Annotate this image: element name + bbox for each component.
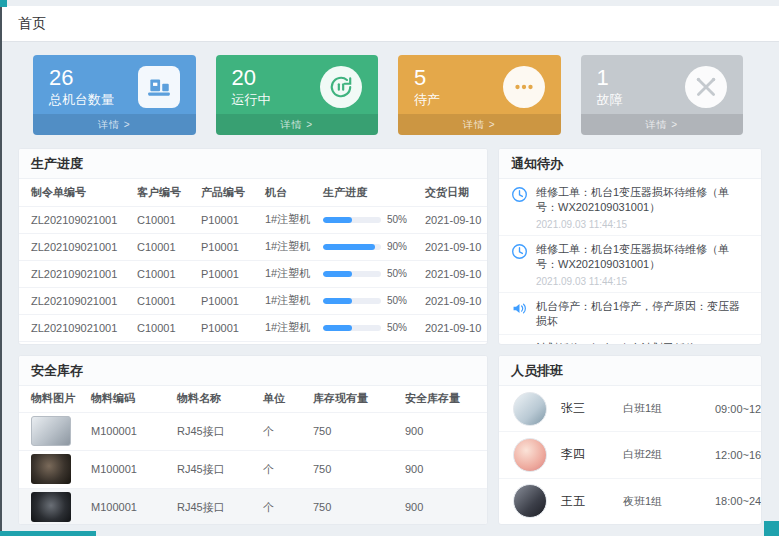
order-no: ZL202109021001	[19, 260, 131, 287]
stat-detail-link[interactable]: 详情 >	[581, 114, 744, 135]
delivery-date: 2021-09-10	[419, 233, 487, 260]
staffing-panel-title: 人员排班	[499, 356, 761, 386]
material-code: M100001	[85, 412, 171, 450]
stat-detail-link[interactable]: 详情 >	[216, 114, 379, 135]
column-header: 物料名称	[171, 386, 257, 412]
product-no: P10001	[195, 260, 259, 287]
column-header: 单位	[257, 386, 307, 412]
order-no: ZL202109021001	[19, 233, 131, 260]
column-header: 物料编码	[85, 386, 171, 412]
customer-no: C10001	[131, 314, 195, 341]
table-row[interactable]: ZL202109021001 C10001 P10001 1#注塑机 50% 2…	[19, 287, 487, 314]
bottom-right-accent	[764, 521, 779, 536]
staff-row[interactable]: 李四 白班2组 12:00~16:00	[499, 432, 761, 478]
stock-qty: 750	[307, 412, 399, 450]
table-row[interactable]: M100001 RJ45接口 个 750 900	[19, 412, 487, 450]
progress-bar: 90%	[323, 241, 413, 252]
staff-row[interactable]: 王五 夜班1组 18:00~24:00	[499, 479, 761, 524]
page-title: 首页	[18, 15, 46, 33]
top-left-accent	[0, 0, 7, 7]
clock-icon	[511, 186, 528, 203]
column-header: 库存现有量	[307, 386, 399, 412]
stat-value: 1	[597, 64, 623, 92]
stock-qty: 750	[307, 450, 399, 488]
delivery-date: 2021-09-10	[419, 206, 487, 233]
machine-name: 1#注塑机	[259, 260, 317, 287]
material-code: M100001	[85, 488, 171, 524]
topbar: 首页	[2, 6, 779, 42]
production-panel: 生产进度 制令单编号 客户编号 产品编号 机台 生产进度 交货日期	[18, 148, 488, 345]
delivery-date: 2021-09-10	[419, 287, 487, 314]
material-unit: 个	[257, 488, 307, 524]
main-grid: 生产进度 制令单编号 客户编号 产品编号 机台 生产进度 交货日期	[18, 148, 762, 525]
staff-row[interactable]: 张三 白班1组 09:00~12:00	[499, 386, 761, 432]
customer-no: C10001	[131, 260, 195, 287]
speaker-icon	[511, 300, 528, 317]
material-code: M100001	[85, 450, 171, 488]
left-edge-strip	[0, 0, 2, 536]
table-row[interactable]: ZL202109021001 C10001 P10001 1#注塑机 50% 2…	[19, 260, 487, 287]
table-row[interactable]: ZL202109021001 C10001 P10001 1#注塑机 50% 2…	[19, 314, 487, 341]
delivery-date: 2021-09-10	[419, 260, 487, 287]
notification-item[interactable]: 机台停产：机台1停产，停产原因：变压器损坏	[499, 293, 761, 336]
machine-name: 1#注塑机	[259, 206, 317, 233]
stat-card-body: 1 故障	[581, 55, 744, 114]
safety-qty: 900	[399, 412, 487, 450]
dashboard-screen: 首页 26 总机台数量 详情 >	[0, 0, 779, 536]
stat-card-waiting[interactable]: 5 待产 详情 >	[398, 55, 561, 135]
staffing-panel: 人员排班 张三 白班1组 09:00~12:00 李四 白班2组	[498, 355, 762, 525]
notification-item[interactable]: 计划暂停：机台1生产计划已暂停 2021.09.03 11:44:15	[499, 335, 761, 344]
notifications-panel: 通知待办 维修工单：机台1变压器损坏待维修（单号：WX202109031001）…	[498, 148, 762, 345]
stat-card-total-machines[interactable]: 26 总机台数量 详情 >	[33, 55, 196, 135]
customer-no: C10001	[131, 206, 195, 233]
table-row[interactable]: ZL202109021001 C10001 P10001 1#注塑机 50% 2…	[19, 206, 487, 233]
tools-icon	[685, 66, 727, 108]
stat-label: 故障	[597, 91, 623, 109]
staff-name: 李四	[561, 446, 623, 463]
notification-text: 维修工单：机台1变压器损坏待维修（单号：WX202109031001）	[536, 185, 749, 216]
table-row[interactable]: M100001 RJ45接口 个 750 900	[19, 450, 487, 488]
ellipsis-icon	[503, 66, 545, 108]
avatar	[513, 392, 547, 426]
progress-bar: 50%	[323, 268, 413, 279]
table-row[interactable]: ZL202109021001 C10001 P10001 1#注塑机 90% 2…	[19, 233, 487, 260]
material-image	[31, 454, 71, 484]
table-row[interactable]: M100001 RJ45接口 个 750 900	[19, 488, 487, 524]
stat-detail-link[interactable]: 详情 >	[33, 114, 196, 135]
staff-shift: 夜班1组	[623, 494, 715, 509]
speaker-icon	[511, 342, 528, 344]
stat-card-running[interactable]: 20 运行中 详情 >	[216, 55, 379, 135]
inventory-panel-title: 安全库存	[19, 356, 487, 386]
notification-time: 2021.09.03 11:44:15	[536, 219, 749, 230]
order-no: ZL202109021001	[19, 206, 131, 233]
notification-text: 机台停产：机台1停产，停产原因：变压器损坏	[536, 299, 749, 330]
material-image	[31, 416, 71, 446]
notification-item[interactable]: 维修工单：机台1变压器损坏待维修（单号：WX202109031001） 2021…	[499, 179, 761, 236]
staff-name: 王五	[561, 493, 623, 510]
stat-card-fault[interactable]: 1 故障 详情 >	[581, 55, 744, 135]
column-header: 制令单编号	[19, 179, 131, 206]
notification-text: 计划暂停：机台1生产计划已暂停	[536, 341, 696, 344]
stat-value: 5	[414, 64, 440, 92]
notification-text: 维修工单：机台1变压器损坏待维修（单号：WX202109031001）	[536, 242, 749, 273]
production-table: 制令单编号 客户编号 产品编号 机台 生产进度 交货日期 ZL202109021…	[19, 179, 487, 342]
inventory-panel: 安全库存 物料图片 物料编码 物料名称 单位 库存现有量 安全库存量	[18, 355, 488, 525]
progress-bar: 50%	[323, 322, 413, 333]
order-no: ZL202109021001	[19, 314, 131, 341]
clock-icon	[511, 243, 528, 260]
product-no: P10001	[195, 314, 259, 341]
stat-label: 总机台数量	[49, 91, 114, 109]
stat-value: 26	[49, 64, 114, 92]
machine-name: 1#注塑机	[259, 233, 317, 260]
material-name: RJ45接口	[171, 488, 257, 524]
column-header: 产品编号	[195, 179, 259, 206]
avatar	[513, 438, 547, 472]
stat-detail-link[interactable]: 详情 >	[398, 114, 561, 135]
column-header: 交货日期	[419, 179, 487, 206]
staff-time: 18:00~24:00	[715, 495, 761, 507]
notification-item[interactable]: 维修工单：机台1变压器损坏待维修（单号：WX202109031001） 2021…	[499, 236, 761, 293]
avatar	[513, 484, 547, 518]
stat-card-body: 20 运行中	[216, 55, 379, 114]
staff-time: 12:00~16:00	[715, 449, 761, 461]
progress-bar: 50%	[323, 295, 413, 306]
